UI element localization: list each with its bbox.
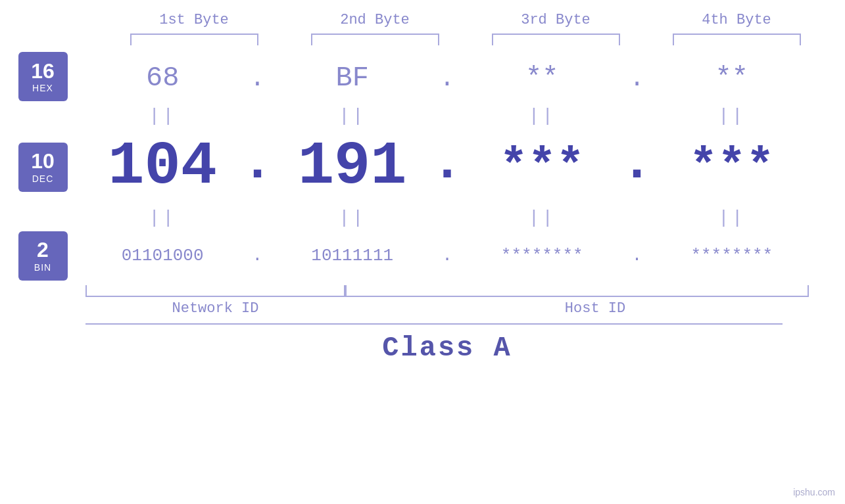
bottom-brackets [85, 285, 809, 297]
bin-b4: ******** [690, 246, 773, 265]
bin-b3: ******** [501, 246, 583, 265]
hex-b4: ** [715, 62, 748, 94]
bin-b1: 01101000 [122, 246, 204, 265]
watermark: ipshu.com [793, 487, 835, 497]
hex-dot1: . [250, 64, 265, 93]
dec-dot3: . [621, 133, 653, 198]
dec-b2: 191 [298, 137, 407, 197]
host-id-label: Host ID [565, 300, 625, 317]
dec-badge: 10 DEC [18, 143, 68, 192]
network-id-bracket [85, 285, 345, 297]
hex-dot3: . [629, 64, 644, 93]
header-byte3: 3rd Byte [483, 12, 628, 28]
hex-badge: 16 HEX [18, 52, 68, 101]
bracket-byte2 [311, 34, 439, 45]
bin-dot1: . [253, 246, 263, 265]
equals-row-1: || || || || [85, 104, 809, 127]
dec-b1: 104 [108, 137, 217, 197]
header-byte1: 1st Byte [122, 12, 266, 28]
equals-2-b4: || [660, 208, 804, 228]
dec-b4: *** [689, 143, 775, 191]
equals-2-b2: || [280, 208, 425, 228]
dec-b3: *** [499, 143, 585, 191]
bracket-byte1 [130, 34, 258, 45]
class-label: Class A [382, 332, 512, 364]
class-bracket-line [85, 323, 783, 325]
bin-row: 01101000 . 10111111 . ******** . *******… [85, 229, 809, 282]
equals-row-2: || || || || [85, 206, 809, 229]
bin-dot3: . [632, 246, 642, 265]
dec-dot2: . [431, 133, 463, 198]
hex-b3: ** [525, 62, 558, 94]
bracket-byte3 [492, 34, 620, 45]
bin-badge: 2 BIN [18, 231, 68, 281]
byte-headers: 1st Byte 2nd Byte 3rd Byte 4th Byte [104, 0, 827, 28]
top-brackets [104, 34, 827, 45]
main-container: 1st Byte 2nd Byte 3rd Byte 4th Byte 16 H… [0, 0, 845, 504]
host-id-bracket [345, 285, 809, 297]
bin-b2: 10111111 [311, 246, 393, 265]
bin-dot2: . [442, 246, 452, 265]
bracket-byte4 [673, 34, 801, 45]
equals-1-b4: || [660, 106, 804, 126]
equals-2-b3: || [470, 208, 614, 228]
equals-2-b1: || [90, 208, 235, 228]
dec-row: 104 . 191 . *** . *** [85, 127, 809, 206]
hex-dot2: . [440, 64, 455, 93]
hex-b1: 68 [146, 62, 179, 94]
header-byte4: 4th Byte [664, 12, 809, 28]
header-byte2: 2nd Byte [302, 12, 447, 28]
equals-1-b3: || [470, 106, 614, 126]
network-id-label: Network ID [172, 300, 258, 317]
equals-1-b2: || [280, 106, 425, 126]
equals-1-b1: || [90, 106, 235, 126]
hex-b2: BF [335, 62, 368, 94]
dec-dot1: . [241, 133, 273, 198]
hex-row: 68 . BF . ** . ** [85, 52, 809, 104]
